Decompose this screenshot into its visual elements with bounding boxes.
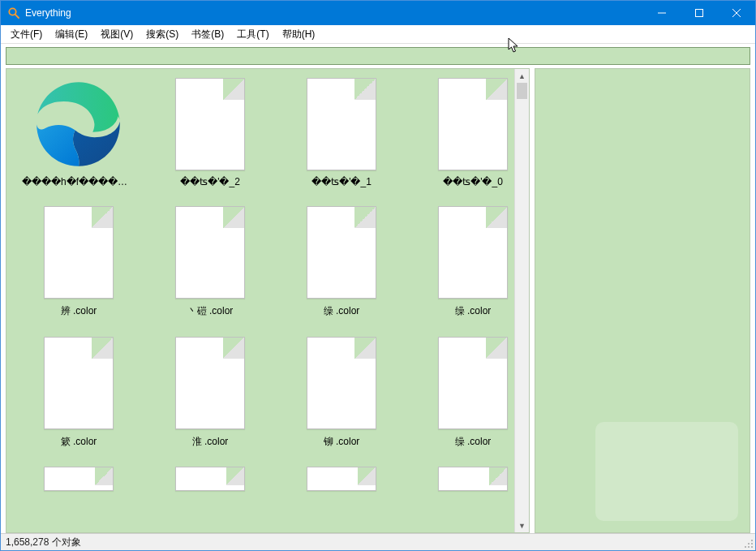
svg-point-6 <box>751 540 753 541</box>
result-item-label: ����h�f���������.... <box>22 176 135 187</box>
result-item-label: 丶磑 .color <box>187 304 234 318</box>
result-item-label: 铆 .color <box>324 435 360 449</box>
svg-point-10 <box>748 546 750 548</box>
result-item[interactable]: 缲 .color <box>412 336 514 449</box>
menu-view[interactable]: 视图(V) <box>94 26 140 43</box>
app-icon <box>7 6 20 19</box>
result-item-label: 淮 .color <box>192 435 229 449</box>
menu-edit[interactable]: 编辑(E) <box>49 26 94 43</box>
file-icon <box>35 336 122 430</box>
file-icon <box>429 205 514 299</box>
file-icon <box>429 336 514 430</box>
file-icon <box>35 467 122 489</box>
menu-help[interactable]: 帮助(H) <box>276 26 322 43</box>
file-icon <box>298 205 385 299</box>
menu-search[interactable]: 搜索(S) <box>140 26 185 43</box>
menu-bookmarks[interactable]: 书签(B) <box>185 26 230 43</box>
svg-rect-3 <box>696 10 703 17</box>
file-icon <box>166 467 254 489</box>
close-button[interactable] <box>718 1 755 25</box>
resize-grip[interactable] <box>744 539 754 549</box>
result-item[interactable]: ����h�f���������.... <box>18 77 140 187</box>
file-icon <box>166 336 254 430</box>
result-item[interactable]: 铆 .color <box>281 336 402 449</box>
app-window: Everything 文件(F) 编辑(E) 视图(V) 搜索(S) 书签(B)… <box>0 0 756 551</box>
file-icon <box>166 205 254 299</box>
result-item[interactable]: 缲 .color <box>412 205 514 318</box>
results-shell: ����h�f���������....��ʦ�'�_2��ʦ�'�_1��ʦ�… <box>6 68 530 533</box>
file-icon <box>298 467 385 489</box>
result-item-label: ��ʦ�'�_1 <box>311 176 372 187</box>
result-item-label: 缲 .color <box>455 435 492 449</box>
scroll-thumb[interactable] <box>517 83 527 99</box>
result-item-label: 辨 .color <box>61 304 97 318</box>
result-item[interactable]: ��ʦ�'�_2 <box>149 77 271 187</box>
result-item-label: ��ʦ�'�_2 <box>180 176 240 187</box>
edge-icon <box>35 77 122 171</box>
svg-point-7 <box>748 543 750 545</box>
result-item[interactable]: 辨 .color <box>18 205 140 318</box>
window-title: Everything <box>25 7 71 19</box>
searchbar-container <box>1 44 755 68</box>
result-item-label: ��ʦ�'�_0 <box>443 176 503 187</box>
maximize-button[interactable] <box>681 1 718 25</box>
file-icon <box>298 77 385 171</box>
client-area: ����h�f���������....��ʦ�'�_2��ʦ�'�_1��ʦ�… <box>1 68 755 533</box>
scroll-up-button[interactable]: ▲ <box>515 69 529 83</box>
statusbar: 1,658,278 个对象 <box>1 533 755 550</box>
svg-point-9 <box>745 546 746 548</box>
result-item[interactable]: 丶磑 .color <box>149 205 271 318</box>
file-icon <box>166 77 254 171</box>
menu-tools[interactable]: 工具(T) <box>230 26 275 43</box>
result-item[interactable]: 簌 .color <box>18 336 140 449</box>
result-item[interactable]: 淮 .color <box>149 336 271 449</box>
scroll-down-button[interactable]: ▼ <box>515 519 529 532</box>
file-icon <box>298 336 385 430</box>
result-item[interactable] <box>149 467 271 489</box>
result-item[interactable]: 缲 .color <box>281 205 402 318</box>
result-item[interactable] <box>18 467 140 489</box>
svg-point-11 <box>751 546 753 548</box>
preview-pane <box>535 68 750 533</box>
result-item-label: 簌 .color <box>61 435 97 449</box>
result-item[interactable] <box>412 467 514 489</box>
menu-file[interactable]: 文件(F) <box>4 26 49 43</box>
result-item-label: 缲 .color <box>324 304 360 318</box>
results-vertical-scrollbar[interactable]: ▲ ▼ <box>514 69 529 532</box>
result-item-label: 缲 .color <box>455 304 492 318</box>
svg-line-1 <box>15 15 19 18</box>
file-icon <box>429 77 514 171</box>
menubar: 文件(F) 编辑(E) 视图(V) 搜索(S) 书签(B) 工具(T) 帮助(H… <box>1 25 755 44</box>
search-input[interactable] <box>6 47 750 65</box>
result-item[interactable]: ��ʦ�'�_0 <box>412 77 514 187</box>
titlebar[interactable]: Everything <box>1 1 755 25</box>
results-pane[interactable]: ����h�f���������....��ʦ�'�_2��ʦ�'�_1��ʦ�… <box>6 69 514 532</box>
file-icon <box>429 467 514 489</box>
file-icon <box>35 205 122 299</box>
scroll-track[interactable] <box>515 83 529 519</box>
preview-placeholder <box>595 422 738 521</box>
result-item[interactable] <box>281 467 402 489</box>
svg-point-8 <box>751 543 753 545</box>
minimize-button[interactable] <box>643 1 681 25</box>
statusbar-object-count: 1,658,278 个对象 <box>6 536 81 549</box>
result-item[interactable]: ��ʦ�'�_1 <box>281 77 402 187</box>
